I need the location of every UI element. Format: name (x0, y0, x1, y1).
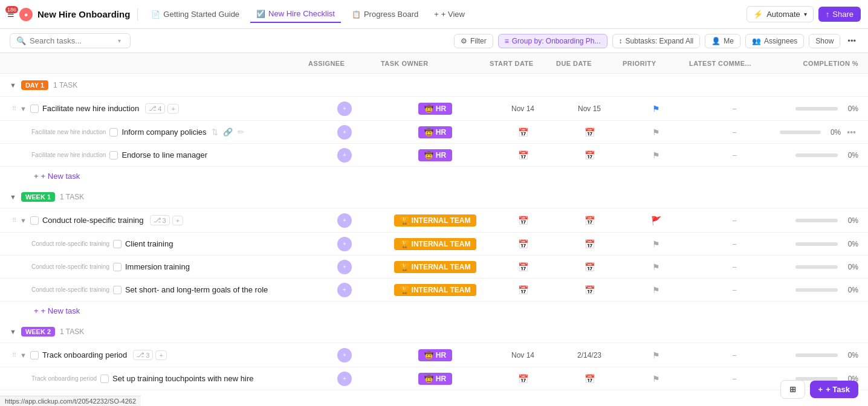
drag-handle[interactable]: ⠿ (12, 105, 16, 112)
add-subtask-button[interactable]: + (155, 350, 166, 360)
priority-flag[interactable]: ⚑ (652, 374, 660, 384)
task-name[interactable]: Conduct role-specific training (42, 216, 144, 225)
automate-button[interactable]: ⚡ Automate ▾ (747, 6, 814, 22)
subtask-name[interactable]: Set up training touchpoints with new hir… (112, 374, 253, 383)
add-task-button[interactable]: + + New task (0, 301, 868, 320)
expand-button[interactable]: ▼ (20, 352, 27, 359)
due-date-cell[interactable]: 📅 (556, 150, 623, 160)
subtask-count-button[interactable]: ⎇ 3 (150, 215, 170, 225)
section-week2-toggle[interactable]: ▼ (10, 328, 16, 335)
subtask-count-button[interactable]: ⎇ 4 (145, 103, 165, 114)
assignees-button[interactable]: 👥 Assignees (745, 34, 804, 48)
search-dropdown-icon[interactable]: ▾ (118, 37, 121, 44)
subtask-name[interactable]: Immersion training (125, 262, 190, 271)
priority-flag[interactable]: ⚑ (652, 239, 660, 249)
section-week1-toggle[interactable]: ▼ (10, 193, 16, 201)
start-date-cell[interactable]: 📅 (490, 285, 556, 295)
drag-handle[interactable]: ⠿ (12, 352, 16, 358)
owner-cell[interactable]: 🤠 HR (381, 126, 490, 138)
due-date[interactable]: 2/14/23 (577, 351, 601, 359)
assignee-avatar[interactable]: + (337, 125, 352, 140)
due-date-cell[interactable]: 📅 (556, 374, 623, 384)
owner-cell[interactable]: 🤠 HR (381, 349, 490, 361)
subtask-name[interactable]: Inform company policies (121, 127, 206, 137)
task-checkbox[interactable] (30, 105, 39, 113)
start-date-cell[interactable]: 📅 (490, 374, 556, 384)
priority-flag[interactable]: ⚑ (652, 150, 660, 160)
add-subtask-button[interactable]: + (167, 104, 178, 114)
owner-cell[interactable]: 🤠 HR (381, 149, 490, 161)
more-options-button[interactable]: ••• (844, 126, 858, 138)
assignee-avatar[interactable]: + (337, 213, 352, 228)
start-date[interactable]: Nov 14 (511, 351, 534, 359)
due-date-cell[interactable]: 📅 (556, 127, 623, 137)
owner-cell[interactable]: 🏆 INTERNAL TEAM (381, 238, 490, 250)
due-date-cell[interactable]: 📅 (556, 285, 623, 295)
task-name[interactable]: Track onboarding period (42, 350, 127, 359)
assignee-avatar[interactable]: + (337, 237, 352, 251)
subtask-name[interactable]: Endorse to line manager (121, 150, 207, 160)
drag-handle[interactable]: ⠿ (12, 217, 16, 224)
tab-new-hire-checklist[interactable]: ☑️ New Hire Checklist (250, 5, 341, 23)
start-date-cell[interactable]: 📅 (490, 150, 556, 160)
start-date-cell[interactable]: 📅 (490, 127, 556, 137)
search-input[interactable] (30, 36, 114, 45)
subtask-checkbox[interactable] (113, 263, 121, 271)
priority-flag[interactable]: ⚑ (652, 350, 660, 360)
add-subtask-button[interactable]: + (172, 216, 183, 225)
filter-button[interactable]: ⚙ Filter (454, 34, 493, 48)
add-view-button[interactable]: + + View (429, 6, 470, 22)
assignee-avatar[interactable]: + (337, 283, 352, 297)
subtask-checkbox[interactable] (100, 375, 109, 383)
subtask-checkbox[interactable] (113, 240, 121, 248)
owner-cell[interactable]: 🤠 HR (381, 103, 490, 115)
assignee-avatar[interactable]: + (337, 260, 352, 274)
subtask-checkbox[interactable] (113, 286, 121, 294)
due-date-cell[interactable]: 📅 (556, 262, 623, 272)
task-name[interactable]: Facilitate new hire induction (42, 104, 139, 113)
due-date[interactable]: Nov 15 (578, 105, 601, 113)
me-button[interactable]: 👤 Me (705, 34, 740, 48)
subtask-checkbox[interactable] (109, 128, 118, 137)
section-day1-toggle[interactable]: ▼ (10, 82, 16, 89)
priority-flag[interactable]: 🚩 (651, 216, 661, 225)
start-date-cell[interactable]: 📅 (490, 216, 556, 225)
owner-cell[interactable]: 🏆 INTERNAL TEAM (381, 214, 490, 227)
assignee-avatar[interactable]: + (337, 148, 352, 163)
assignee-avatar[interactable]: + (337, 372, 352, 386)
hamburger-menu[interactable]: ☰ 186 (7, 10, 15, 19)
share-button[interactable]: ↑ Share (818, 7, 861, 22)
show-button[interactable]: Show (809, 34, 840, 48)
tab-getting-started[interactable]: 📄 Getting Started Guide (145, 6, 245, 22)
link-icon[interactable]: 🔗 (222, 126, 234, 138)
add-task-button[interactable]: + + New task (0, 167, 868, 185)
owner-cell[interactable]: 🏆 INTERNAL TEAM (381, 284, 490, 296)
owner-cell[interactable]: 🏆 INTERNAL TEAM (381, 261, 490, 273)
subtask-name[interactable]: Set short- and long-term goals of the ro… (125, 285, 268, 294)
more-options-button[interactable]: ••• (845, 34, 858, 48)
subtasks-button[interactable]: ↕ Subtasks: Expand All (612, 34, 701, 48)
edit-icon[interactable]: ✏ (236, 126, 245, 138)
owner-cell[interactable]: 🤠 HR (381, 373, 490, 385)
expand-button[interactable]: ▼ (20, 217, 27, 224)
task-checkbox[interactable] (30, 351, 39, 359)
new-task-button[interactable]: + + Task (810, 381, 858, 398)
start-date[interactable]: Nov 14 (511, 105, 534, 113)
group-by-button[interactable]: ≡ Group by: Onboarding Ph... (498, 34, 607, 48)
view-toggle-button[interactable]: ⊞ (780, 380, 805, 399)
priority-flag[interactable]: ⚑ (652, 285, 660, 295)
assignee-avatar[interactable]: + (337, 102, 352, 116)
search-box[interactable]: 🔍 ▾ (10, 33, 131, 48)
start-date-cell[interactable]: 📅 (490, 239, 556, 249)
tab-progress-board[interactable]: 📋 Progress Board (346, 6, 424, 22)
assignee-avatar[interactable]: + (337, 348, 352, 362)
subtask-checkbox[interactable] (109, 151, 118, 160)
subtask-count-button[interactable]: ⎇ 3 (133, 350, 153, 360)
subtask-name[interactable]: Client training (125, 239, 173, 248)
reorder-icon[interactable]: ⇅ (210, 126, 219, 138)
priority-flag[interactable]: ⚑ (652, 262, 660, 272)
task-checkbox[interactable] (30, 216, 39, 225)
start-date-cell[interactable]: 📅 (490, 262, 556, 272)
expand-button[interactable]: ▼ (20, 105, 27, 112)
priority-flag[interactable]: ⚑ (652, 127, 660, 137)
